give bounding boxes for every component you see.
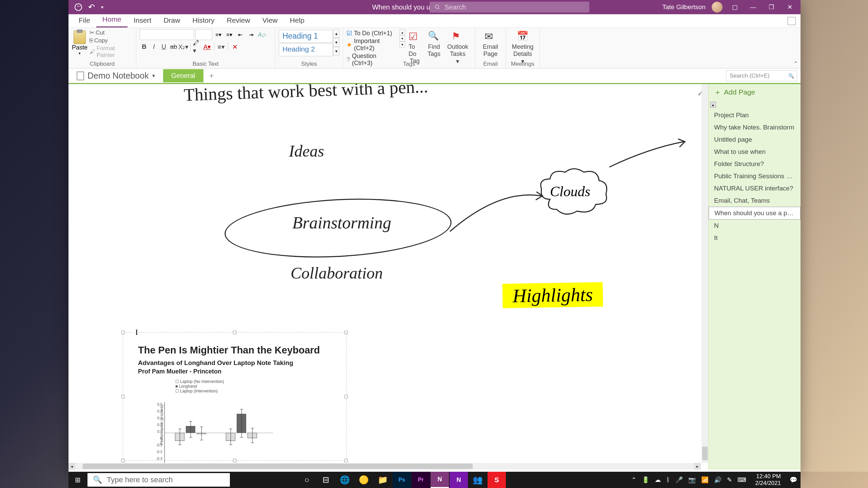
- scroll-up-icon[interactable]: ▴: [710, 102, 716, 108]
- tray-pen-icon[interactable]: ✎: [727, 476, 732, 484]
- back-icon[interactable]: [75, 3, 82, 11]
- scroll-left-icon[interactable]: ◂: [68, 463, 75, 470]
- page-item[interactable]: What to use when: [709, 146, 801, 158]
- page-search-input[interactable]: Search (Ctrl+E): [726, 70, 797, 81]
- taskbar-search[interactable]: 🔍Type here to search: [87, 473, 230, 487]
- resize-handle[interactable]: [233, 331, 236, 334]
- page-item[interactable]: N: [709, 220, 801, 232]
- collapse-ribbon-icon[interactable]: ⌃: [793, 60, 798, 67]
- bold-button[interactable]: B: [140, 42, 149, 52]
- start-button[interactable]: ⊞: [68, 472, 87, 488]
- taskbar-clock[interactable]: 12:40 PM2/24/2021: [752, 473, 784, 487]
- resize-handle[interactable]: [121, 331, 125, 334]
- page-item[interactable]: Project Plan: [709, 109, 801, 121]
- underline-button[interactable]: U: [159, 42, 168, 52]
- clear-format-button[interactable]: A◇: [257, 30, 267, 39]
- tab-review[interactable]: Review: [221, 13, 256, 27]
- style-down-icon[interactable]: ▾: [333, 38, 339, 47]
- avatar[interactable]: [712, 2, 723, 13]
- tab-view[interactable]: View: [256, 13, 284, 27]
- tag-todo[interactable]: ☑To Do (Ctrl+1): [347, 29, 397, 37]
- highlight-button[interactable]: 🖍▾: [193, 42, 202, 52]
- format-painter-button[interactable]: 🖌Format Painter: [90, 45, 133, 59]
- tray-expand-icon[interactable]: ⌃: [631, 476, 636, 484]
- premiere-icon[interactable]: Pr: [412, 472, 430, 488]
- tray-keyboard-icon[interactable]: ⌨: [737, 476, 746, 484]
- page-item-active[interactable]: When should you use a pen?: [709, 207, 801, 220]
- tray-volume-icon[interactable]: 🔊: [714, 476, 722, 484]
- resize-handle[interactable]: [344, 395, 348, 398]
- horizontal-scrollbar[interactable]: ◂ ▸: [68, 463, 701, 470]
- teams-icon[interactable]: 👥: [469, 472, 487, 488]
- search-box[interactable]: Search: [430, 2, 589, 13]
- tab-insert[interactable]: Insert: [127, 13, 158, 27]
- strike-button[interactable]: ab: [169, 42, 178, 52]
- chrome-icon[interactable]: 🟡: [355, 472, 373, 488]
- snagit-icon[interactable]: S: [488, 472, 506, 488]
- style-up-icon[interactable]: ▴: [333, 29, 339, 38]
- vertical-scrollbar[interactable]: [702, 84, 708, 463]
- paste-button[interactable]: Paste ▾: [72, 29, 87, 59]
- tray-wifi-icon[interactable]: 📶: [701, 476, 709, 484]
- edge-icon[interactable]: 🌐: [336, 472, 354, 488]
- align-button[interactable]: ≡▾: [217, 42, 225, 52]
- user-name[interactable]: Tate Gilbertson: [662, 3, 706, 11]
- tag-important[interactable]: ★Important (Ctrl+2): [347, 37, 397, 52]
- numbering-button[interactable]: ≡▾: [224, 30, 234, 39]
- close-button[interactable]: ✕: [784, 0, 796, 14]
- italic-button[interactable]: I: [150, 42, 158, 52]
- style-more-icon[interactable]: ▾: [333, 47, 339, 56]
- explorer-icon[interactable]: 📁: [374, 472, 392, 488]
- add-section-button[interactable]: +: [205, 70, 218, 82]
- indent-button[interactable]: ⇥: [246, 30, 256, 39]
- copy-button[interactable]: ⎘Copy: [90, 37, 133, 44]
- delete-button[interactable]: ✕: [231, 42, 239, 52]
- resize-handle[interactable]: [344, 459, 348, 462]
- add-page-button[interactable]: ＋Add Page: [709, 84, 801, 100]
- font-color-button[interactable]: A▾: [203, 42, 212, 52]
- section-tab-general[interactable]: General: [163, 69, 203, 82]
- onenote-icon[interactable]: N: [431, 472, 449, 488]
- canvas[interactable]: ⤢ Things that work best with a pen... Id…: [68, 84, 708, 470]
- page-item[interactable]: Untitled page: [709, 134, 801, 146]
- minimize-button[interactable]: —: [747, 0, 759, 14]
- page-item[interactable]: Folder Structure?: [709, 158, 801, 170]
- tab-help[interactable]: Help: [284, 13, 311, 27]
- tag-up-icon[interactable]: ▴: [399, 29, 405, 35]
- page-item[interactable]: It: [709, 232, 801, 244]
- note-container[interactable]: I The Pen Is Mightier Than the Keyboard …: [123, 332, 347, 461]
- bullets-button[interactable]: ≡▾: [214, 30, 223, 39]
- ribbon-mode-icon[interactable]: ▢: [729, 0, 741, 14]
- tab-home[interactable]: Home: [96, 12, 127, 27]
- task-view-icon[interactable]: ⊟: [317, 472, 335, 488]
- scroll-right-icon[interactable]: ▸: [694, 463, 701, 470]
- maximize-button[interactable]: ❐: [765, 0, 777, 14]
- notifications-icon[interactable]: 💬: [790, 476, 797, 484]
- page-item[interactable]: Why take Notes. Brainstorm: [709, 121, 801, 134]
- resize-handle[interactable]: [121, 459, 125, 462]
- tray-bluetooth-icon[interactable]: ᛒ: [666, 476, 670, 484]
- ribbon-dropdown-icon[interactable]: [788, 17, 796, 25]
- page-item[interactable]: NATURAL USER interface?: [709, 182, 801, 195]
- resize-handle[interactable]: [344, 331, 348, 334]
- tray-camera-icon[interactable]: 📷: [688, 476, 696, 484]
- undo-icon[interactable]: ↶: [88, 2, 95, 12]
- outdent-button[interactable]: ⇤: [235, 30, 245, 39]
- tab-history[interactable]: History: [186, 13, 220, 27]
- resize-handle[interactable]: [121, 395, 125, 398]
- qat-more-icon[interactable]: ▾: [101, 4, 103, 10]
- photoshop-icon[interactable]: Ps: [393, 472, 411, 488]
- email-page-button[interactable]: ✉EmailPage: [479, 29, 502, 59]
- cut-button[interactable]: ✂Cut: [90, 29, 133, 36]
- page-item[interactable]: Email, Chat, Teams: [709, 195, 801, 207]
- page-item[interactable]: Public Training Sessions Worksho: [709, 170, 801, 182]
- font-size-select[interactable]: [195, 29, 212, 40]
- tag-more-icon[interactable]: ▾: [399, 41, 405, 47]
- cortana-icon[interactable]: ○: [298, 472, 316, 488]
- tray-battery-icon[interactable]: 🔋: [642, 476, 649, 484]
- tag-down-icon[interactable]: ▾: [399, 35, 405, 41]
- style-heading1[interactable]: Heading 1: [279, 30, 333, 43]
- subscript-button[interactable]: X₂▾: [179, 42, 188, 52]
- notebook-selector[interactable]: Demo Notebook ▾: [72, 69, 160, 83]
- style-heading2[interactable]: Heading 2: [279, 43, 333, 56]
